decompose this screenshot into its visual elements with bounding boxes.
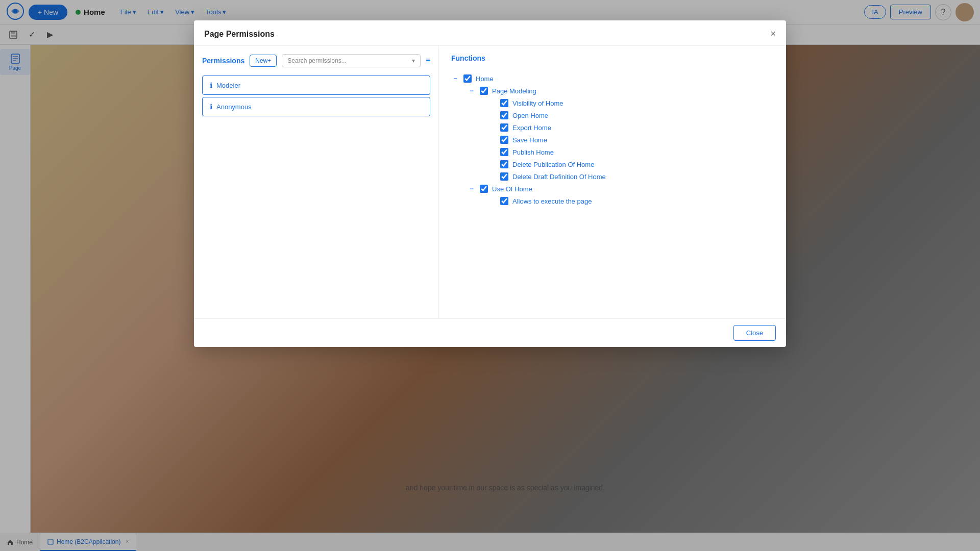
tree-label-page-modeling: Page Modeling	[492, 87, 536, 95]
checkbox-page-modeling[interactable]	[480, 87, 488, 95]
checkbox-home[interactable]	[463, 74, 472, 83]
checkbox-visibility[interactable]	[500, 99, 508, 107]
permission-item-modeler[interactable]: ℹ Modeler	[202, 76, 430, 95]
permissions-panel: Permissions New+ Search permissions... ▾…	[194, 46, 439, 318]
tree-label-delete-pub: Delete Publication Of Home	[512, 161, 594, 168]
tree-label-delete-draft: Delete Draft Definition Of Home	[512, 173, 606, 181]
tree-label-use-of-home: Use Of Home	[492, 185, 532, 193]
modal-header: Page Permissions ×	[194, 20, 786, 46]
tree-row-use-of-home: − Use Of Home	[468, 183, 774, 195]
modal-footer: Close	[194, 318, 786, 347]
info-icon-anonymous: ℹ	[210, 103, 212, 111]
tree-label-home: Home	[476, 75, 494, 83]
permission-item-anonymous[interactable]: ℹ Anonymous	[202, 97, 430, 116]
tree-label-publish: Publish Home	[512, 148, 554, 156]
checkbox-save[interactable]	[500, 136, 508, 144]
functions-panel: Functions − Home − Page Modeling	[439, 46, 786, 318]
tree-label-visibility: Visibility of Home	[512, 99, 563, 107]
new-permission-button[interactable]: New+	[250, 55, 277, 67]
checkbox-publish[interactable]	[500, 148, 508, 156]
tree-row-page-modeling: − Page Modeling	[468, 85, 774, 97]
tree-node-home: − Home − Page Modeling	[451, 72, 774, 207]
tree-row-open: Open Home	[500, 109, 774, 121]
tree-row-delete-pub: Delete Publication Of Home	[500, 158, 774, 170]
page-permissions-modal: Page Permissions × Permissions New+ Sear…	[194, 20, 786, 347]
tree-toggle-home[interactable]: −	[451, 74, 459, 83]
list-view-icon[interactable]: ≡	[426, 56, 430, 65]
modal-body: Permissions New+ Search permissions... ▾…	[194, 46, 786, 318]
checkbox-open[interactable]	[500, 111, 508, 119]
checkbox-execute[interactable]	[500, 197, 508, 205]
permissions-title: Permissions	[202, 57, 244, 65]
checkbox-export[interactable]	[500, 123, 508, 132]
tree-label-export: Export Home	[512, 124, 551, 132]
tree-row-save: Save Home	[500, 134, 774, 146]
search-permissions-input[interactable]: Search permissions... ▾	[282, 54, 420, 67]
permission-list: ℹ Modeler ℹ Anonymous	[202, 76, 430, 116]
functions-title: Functions	[451, 54, 774, 62]
close-button[interactable]: Close	[733, 325, 776, 341]
info-icon-modeler: ℹ	[210, 81, 212, 89]
tree-children-use-items: Allows to execute the page	[468, 195, 774, 207]
search-dropdown-icon: ▾	[412, 57, 415, 64]
checkbox-use-of-home[interactable]	[480, 185, 488, 193]
modal-overlay: Page Permissions × Permissions New+ Sear…	[0, 0, 980, 551]
tree-row-delete-draft: Delete Draft Definition Of Home	[500, 170, 774, 183]
tree-row-publish: Publish Home	[500, 146, 774, 158]
tree-children-use-of-home: − Use Of Home Allows to execute the page	[451, 183, 774, 207]
modal-title: Page Permissions	[204, 30, 275, 39]
checkbox-delete-pub[interactable]	[500, 160, 508, 168]
tree-row-execute: Allows to execute the page	[500, 195, 774, 207]
tree-label-open: Open Home	[512, 112, 548, 119]
permissions-header: Permissions New+ Search permissions... ▾…	[202, 54, 430, 67]
tree-toggle-use-of-home[interactable]: −	[468, 185, 476, 193]
tree-label-execute: Allows to execute the page	[512, 197, 592, 205]
modal-close-button[interactable]: ×	[770, 29, 776, 39]
tree-children-page-modeling-items: Visibility of Home Open Home Export Home	[468, 97, 774, 183]
tree-row-export: Export Home	[500, 121, 774, 134]
tree-toggle-page-modeling[interactable]: −	[468, 87, 476, 95]
checkbox-delete-draft[interactable]	[500, 172, 508, 181]
tree-row-visibility: Visibility of Home	[500, 97, 774, 109]
tree-label-save: Save Home	[512, 136, 547, 144]
tree-row-home: − Home	[451, 72, 774, 85]
tree-children-page-modeling: − Page Modeling Visibility of Home	[451, 85, 774, 183]
